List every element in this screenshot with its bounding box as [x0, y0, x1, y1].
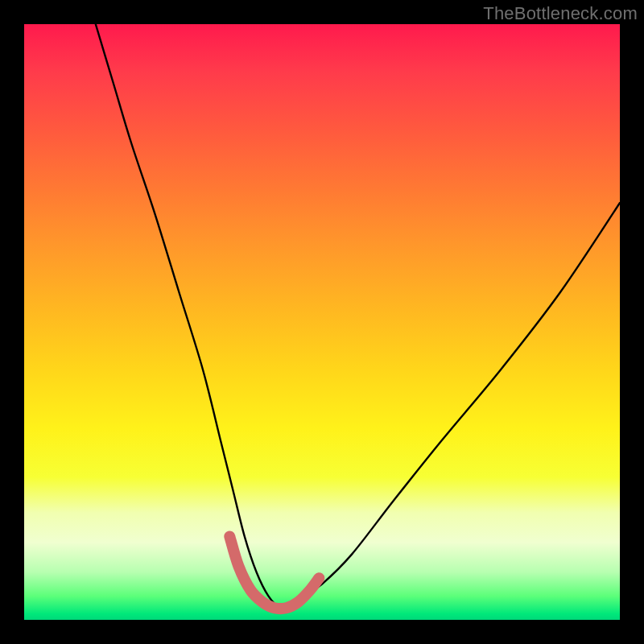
highlight-trough — [229, 536, 319, 609]
curves-svg — [24, 24, 620, 620]
watermark-text: TheBottleneck.com — [483, 3, 638, 24]
plot-area — [24, 24, 620, 620]
bottleneck-curve — [96, 24, 620, 609]
chart-frame: TheBottleneck.com — [0, 0, 644, 644]
